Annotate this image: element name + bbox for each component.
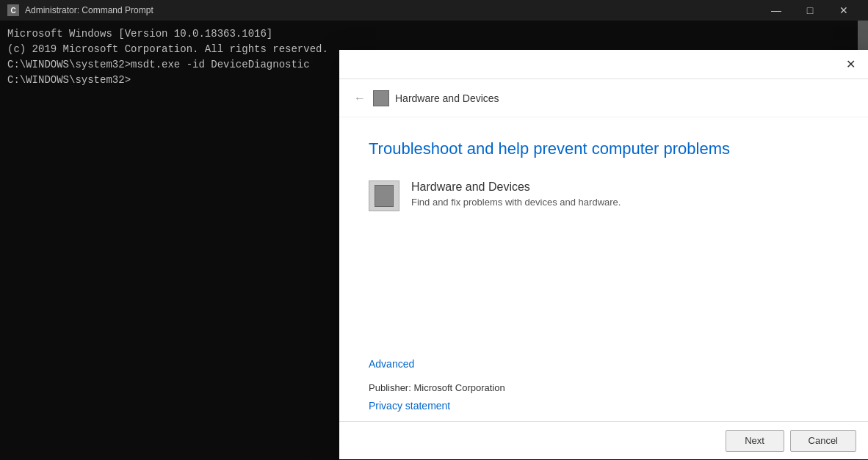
hardware-header-icon — [373, 90, 389, 106]
item-text-block: Hardware and Devices Find and fix proble… — [411, 180, 621, 208]
dialog-privacy-area: Privacy statement — [339, 399, 868, 421]
item-name: Hardware and Devices — [411, 180, 621, 194]
item-description: Find and fix problems with devices and h… — [411, 197, 621, 208]
titlebar: C Administrator: Command Prompt — □ ✕ — [0, 0, 868, 21]
dialog-publisher-area: Publisher: Microsoft Corporation — [339, 376, 868, 399]
dialog-close-button[interactable]: ✕ — [840, 54, 861, 75]
dialog-advanced-link-area: Advanced — [339, 357, 868, 376]
titlebar-controls: — □ ✕ — [759, 0, 861, 21]
cmd-line-6: C:\WINDOWS\system32> — [7, 73, 338, 88]
dialog-buttons: Next Cancel — [339, 421, 868, 459]
publisher-label: Publisher: — [369, 382, 411, 393]
troubleshooter-item: Hardware and Devices Find and fix proble… — [369, 180, 839, 211]
back-arrow-icon[interactable]: ← — [354, 92, 366, 105]
next-button[interactable]: Next — [726, 430, 784, 452]
publisher-name: Microsoft Corporation — [413, 382, 504, 393]
privacy-statement-link[interactable]: Privacy statement — [369, 400, 450, 412]
dialog-header-title: Hardware and Devices — [395, 92, 499, 104]
dialog-header: ← Hardware and Devices — [339, 79, 868, 117]
dialog-body: Troubleshoot and help prevent computer p… — [339, 117, 868, 357]
cmd-line-2: (c) 2019 Microsoft Corporation. All righ… — [7, 42, 338, 57]
troubleshoot-dialog: ✕ ← Hardware and Devices Troubleshoot an… — [339, 50, 868, 459]
cmd-line-1: Microsoft Windows [Version 10.0.18363.10… — [7, 26, 338, 42]
titlebar-title: Administrator: Command Prompt — [25, 5, 759, 15]
cmd-output: Microsoft Windows [Version 10.0.18363.10… — [0, 21, 345, 460]
titlebar-icon: C — [7, 4, 19, 16]
dialog-titlebar: ✕ — [339, 50, 868, 79]
cmd-line-4: C:\WINDOWS\system32>msdt.exe -id DeviceD… — [7, 57, 338, 73]
maximize-button[interactable]: □ — [793, 0, 827, 21]
minimize-button[interactable]: — — [759, 0, 793, 21]
dialog-main-title: Troubleshoot and help prevent computer p… — [369, 139, 839, 158]
cancel-button[interactable]: Cancel — [790, 430, 856, 452]
advanced-link[interactable]: Advanced — [369, 358, 414, 370]
item-icon — [369, 180, 399, 211]
close-button[interactable]: ✕ — [827, 0, 861, 21]
